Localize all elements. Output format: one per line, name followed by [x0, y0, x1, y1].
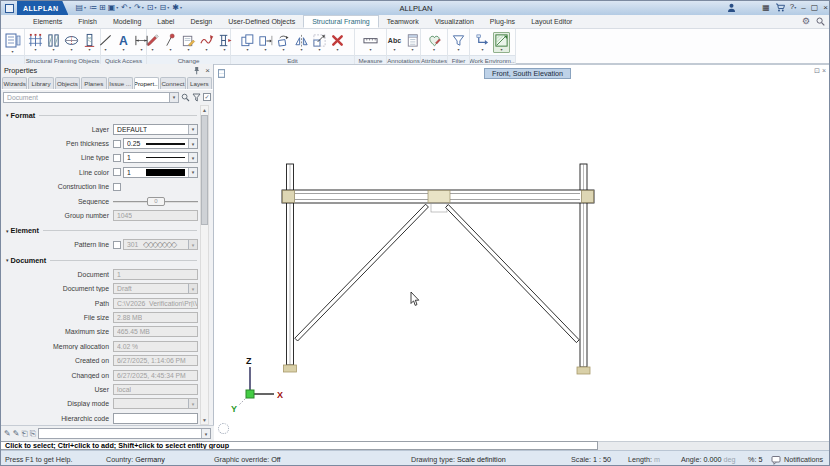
palette-tab-library[interactable]: Library: [28, 77, 53, 89]
pen-thickness-dropdown[interactable]: 0.25▾: [123, 138, 198, 149]
pattern-line-dropdown[interactable]: 301◇◇◇◇◇◇◇▾: [123, 239, 198, 250]
assign-attributes-icon[interactable]: [427, 33, 442, 48]
value-field[interactable]: 6/27/2025, 1:14:06 PM: [113, 355, 198, 366]
new-icon[interactable]: ⊞: [99, 4, 106, 12]
checkbox[interactable]: [113, 183, 121, 191]
dropdown-arrow-icon[interactable]: ▾: [188, 139, 197, 148]
value-field[interactable]: C:\V2026_Verification\Prj\V2: [113, 298, 198, 309]
viewport-title[interactable]: Front, South Elevation: [484, 68, 571, 79]
filter-icon[interactable]: [451, 33, 466, 48]
frame-icon[interactable]: [28, 33, 43, 48]
list-icon[interactable]: ≔: [89, 4, 97, 12]
properties-palette-icon[interactable]: [4, 32, 22, 50]
viewport-menu-icon[interactable]: [218, 69, 225, 78]
redo-icon[interactable]: ↷: [134, 4, 141, 12]
match-pen-icon[interactable]: ✎: [13, 429, 20, 439]
save-icon[interactable]: ▣: [108, 4, 116, 12]
dropdown[interactable]: DEFAULT▾: [113, 124, 198, 135]
menu-tab-label[interactable]: Label: [149, 15, 182, 28]
status-notifications[interactable]: Notifications: [771, 455, 823, 465]
help-icon[interactable]: ?▾: [790, 2, 796, 13]
line-color-dropdown[interactable]: 1▾: [123, 167, 198, 178]
filter-icon[interactable]: [192, 93, 201, 102]
dropdown-arrow-icon[interactable]: ▾: [188, 153, 197, 162]
slider-handle[interactable]: 0: [147, 197, 165, 206]
drawing-viewport[interactable]: Z X Y Front, South Elevation ⊡×: [214, 64, 830, 441]
minimize-icon[interactable]: –: [801, 3, 805, 13]
dropdown-arrow-icon[interactable]: ▾: [188, 284, 197, 293]
section-header-format[interactable]: ▾Format: [3, 108, 200, 122]
reinforced-column-icon[interactable]: [82, 33, 97, 48]
shop-cart-icon[interactable]: [775, 3, 785, 12]
dropdown-arrow-icon[interactable]: ▾: [188, 399, 197, 408]
dropdown-arrow-icon[interactable]: ▾: [170, 92, 179, 103]
palette-tab-propert[interactable]: Propert...: [134, 77, 159, 89]
transfer-out-icon[interactable]: ⎘: [30, 429, 36, 439]
gear-icon[interactable]: ⚙: [802, 16, 810, 26]
user-icon[interactable]: [727, 3, 736, 13]
search-icon[interactable]: [181, 93, 190, 102]
menu-tab-visualization[interactable]: Visualization: [427, 15, 482, 28]
text-abc-icon[interactable]: Abc: [387, 33, 402, 48]
nav-wheel-icon[interactable]: [218, 423, 229, 434]
restore-icon[interactable]: ▢: [811, 3, 819, 13]
window-icon[interactable]: ⊟: [159, 4, 166, 12]
palette-tab-wizards[interactable]: Wizards: [2, 77, 27, 89]
select-all-icon[interactable]: ✓: [203, 93, 211, 101]
menu-tab-layout-editor[interactable]: Layout Editor: [523, 15, 580, 28]
modify-curve-icon[interactable]: [199, 33, 214, 48]
copy-icon[interactable]: [240, 33, 255, 48]
sequence-slider[interactable]: 0: [113, 196, 198, 207]
checkbox[interactable]: [113, 140, 121, 148]
menu-tab-finish[interactable]: Finish: [70, 15, 105, 28]
resize-icon[interactable]: [312, 33, 327, 48]
pin-icon[interactable]: [163, 33, 178, 48]
menu-tab-structural-framing[interactable]: Structural Framing: [303, 15, 379, 28]
menu-tab-elements[interactable]: Elements: [25, 15, 70, 28]
match-pen-plus-icon[interactable]: ✎: [4, 429, 11, 439]
collapse-arrow-icon[interactable]: ▾: [6, 257, 9, 263]
report-icon[interactable]: [405, 33, 420, 48]
quick-select-combobox[interactable]: ▾: [38, 428, 211, 439]
menu-tab-plug-ins[interactable]: Plug-ins: [482, 15, 523, 28]
dock-icon[interactable]: ⊡: [814, 67, 822, 74]
dropdown-arrow-icon[interactable]: ▾: [188, 125, 197, 134]
value-field[interactable]: 1045: [113, 210, 198, 221]
palette-tab-layers[interactable]: Layers: [187, 77, 212, 89]
line-icon[interactable]: [98, 33, 113, 48]
search-input[interactable]: Document: [3, 92, 170, 103]
rotate-icon[interactable]: [276, 33, 291, 48]
menu-tab-teamwork[interactable]: Teamwork: [379, 15, 427, 28]
menu-tab-modeling[interactable]: Modeling: [105, 15, 149, 28]
collapse-arrow-icon[interactable]: ▾: [6, 112, 9, 118]
value-field[interactable]: 6/27/2025, 4:45:34 PM: [113, 370, 198, 381]
palette-tab-issue[interactable]: Issue ...: [108, 77, 133, 89]
dropdown[interactable]: Draft▾: [113, 283, 198, 294]
modify-profile-icon[interactable]: [217, 33, 232, 48]
line-type-dropdown[interactable]: 1▾: [123, 152, 198, 163]
collapse-arrow-icon[interactable]: ▾: [6, 228, 9, 234]
value-field[interactable]: [113, 413, 198, 424]
section-header-document[interactable]: ▾Document: [3, 253, 200, 267]
ruler-icon[interactable]: [363, 33, 378, 48]
copy-view-icon[interactable]: ⊡: [147, 4, 154, 12]
menu-tab-design[interactable]: Design: [182, 15, 220, 28]
search-icon[interactable]: [816, 17, 825, 26]
mirror-icon[interactable]: [294, 33, 309, 48]
dropdown[interactable]: ▾: [113, 398, 198, 409]
dropdown-arrow-icon[interactable]: ▾: [188, 168, 197, 177]
scrollbar[interactable]: ▲▼: [200, 105, 209, 425]
close-icon[interactable]: ×: [823, 3, 828, 13]
dropdown-arrow-icon[interactable]: ▾: [201, 429, 210, 438]
value-field[interactable]: 1: [113, 269, 198, 280]
edit-document-icon[interactable]: [181, 33, 196, 48]
checkbox[interactable]: [113, 241, 121, 249]
checkbox[interactable]: [113, 154, 121, 162]
panel-icon[interactable]: ▤: [75, 4, 83, 12]
value-field[interactable]: local: [113, 384, 198, 395]
value-field[interactable]: 2.88 MB: [113, 312, 198, 323]
dropdown-arrow-icon[interactable]: ▾: [188, 240, 197, 249]
move-icon[interactable]: [258, 33, 273, 48]
settings-star-icon[interactable]: ✱: [172, 4, 179, 12]
palette-tab-planes[interactable]: Planes: [81, 77, 106, 89]
